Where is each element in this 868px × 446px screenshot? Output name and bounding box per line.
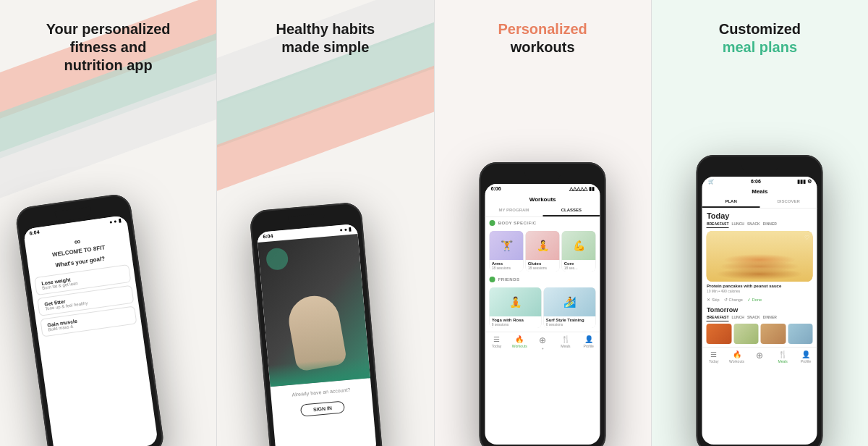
phone-notch-2 bbox=[288, 214, 325, 227]
signin-button[interactable]: SIGN IN bbox=[300, 400, 344, 416]
panel-1-title-line3: nutrition app bbox=[64, 57, 153, 73]
tomorrow-thumbnails bbox=[702, 324, 817, 344]
thumb-3 bbox=[761, 324, 786, 344]
nav-label-profile: Profile bbox=[584, 344, 594, 348]
card-info-surf: Surf Style Training 6 sessions bbox=[544, 316, 596, 328]
card-surf[interactable]: 🏄 Surf Style Training 6 sessions bbox=[544, 287, 596, 328]
card-img-yoga: 🧘 bbox=[490, 287, 542, 316]
tab-plan[interactable]: PLAN bbox=[702, 196, 760, 208]
meal-tab-breakfast[interactable]: BREAKFAST bbox=[707, 222, 729, 228]
nav-workouts[interactable]: 🔥 Workouts bbox=[508, 335, 531, 350]
panel-3-phone-wrapper: 6:06 △△△△△ ▮▮ Workouts MY PROGRAM CLASSE… bbox=[480, 162, 606, 446]
panel-3-title-line2: workouts bbox=[511, 39, 575, 55]
done-icon: ✓ bbox=[747, 298, 751, 302]
meals-screen-title: Meals bbox=[702, 187, 817, 196]
nav-today[interactable]: ☰ Today bbox=[485, 335, 509, 350]
tomorrow-tab-snack[interactable]: SNACK bbox=[747, 315, 760, 321]
nav-profile[interactable]: 👤 Profile bbox=[577, 335, 600, 350]
nav-today-4[interactable]: ☰ Today bbox=[702, 350, 726, 363]
panel-4-title: Customized meal plans bbox=[719, 20, 801, 56]
panel-2-title-line1: Healthy habits bbox=[276, 21, 375, 37]
signal-icons: ● ● ▮ bbox=[109, 218, 121, 225]
card-core[interactable]: 💪 Core 18 ses... bbox=[562, 231, 596, 272]
tomorrow-tab-breakfast[interactable]: BREAKFAST bbox=[707, 315, 729, 321]
workout-image bbox=[258, 234, 370, 387]
panel-2-phone-wrapper: 6:04 ● ● ▮ Already have an account? SIGN… bbox=[264, 206, 376, 446]
nav-profile-4[interactable]: 👤 Profile bbox=[794, 350, 817, 363]
nav-add[interactable]: ⊕ + bbox=[531, 335, 554, 350]
signal-4: ▮▮▮ ⚙ bbox=[797, 179, 812, 185]
done-action[interactable]: ✓ Done bbox=[747, 298, 762, 302]
skip-label: Skip bbox=[712, 298, 720, 302]
time-display: 6:04 bbox=[29, 230, 40, 237]
nav-label-add: + bbox=[542, 346, 544, 350]
heart-icon[interactable]: ♡ bbox=[804, 235, 809, 241]
card-glutes[interactable]: 🧘 Glutes 18 sessions bbox=[526, 231, 560, 272]
plan-discover-tabs: PLAN DISCOVER bbox=[702, 196, 817, 209]
tomorrow-meal-tabs: BREAKFAST LUNCH SNACK DINNER bbox=[702, 315, 817, 321]
phone-screen-3: 6:06 △△△△△ ▮▮ Workouts MY PROGRAM CLASSE… bbox=[485, 184, 600, 445]
thumb-2 bbox=[733, 324, 759, 344]
time-4: 6:06 bbox=[751, 179, 761, 185]
panel-workouts: Personalized workouts 6:06 △△△△△ ▮▮ Work… bbox=[435, 0, 651, 446]
card-info-glutes: Glutes 18 sessions bbox=[526, 260, 560, 272]
change-label: Change bbox=[729, 298, 743, 302]
workout-tabs: MY PROGRAM CLASSES bbox=[485, 205, 600, 217]
section-label-2: FRIENDS bbox=[498, 277, 520, 282]
tab-discover[interactable]: DISCOVER bbox=[760, 196, 817, 208]
card-sub: 18 sessions bbox=[492, 266, 522, 270]
card-yoga[interactable]: 🧘 Yoga with Rosa 6 sessions bbox=[490, 287, 542, 328]
phone-screen-2: 6:04 ● ● ▮ Already have an account? SIGN… bbox=[257, 224, 377, 446]
card-sub: 18 ses... bbox=[564, 266, 594, 270]
meals-icon-4: 🍴 bbox=[771, 350, 794, 358]
time-3: 6:06 bbox=[491, 186, 501, 192]
food-name: Protein pancakes with peanut sauce bbox=[702, 282, 817, 289]
tab-my-program[interactable]: MY PROGRAM bbox=[485, 205, 543, 216]
screen-p2-content: Already have an account? SIGN IN bbox=[258, 234, 374, 426]
already-account-text: Already have an account? bbox=[278, 386, 364, 398]
fire-icon: 🔥 bbox=[508, 335, 531, 343]
meal-tab-dinner[interactable]: DINNER bbox=[763, 222, 777, 228]
section-friends: FRIENDS bbox=[485, 274, 600, 285]
change-action[interactable]: ↺ Change bbox=[724, 298, 743, 302]
tomorrow-tab-dinner[interactable]: DINNER bbox=[763, 315, 777, 321]
panel-2-title: Healthy habits made simple bbox=[276, 20, 375, 56]
card-img-surf: 🏄 bbox=[544, 287, 596, 316]
card-info-core: Core 18 ses... bbox=[562, 260, 596, 272]
nav-add-4[interactable]: ⊕ bbox=[748, 350, 771, 363]
meal-tab-snack[interactable]: SNACK bbox=[747, 222, 760, 228]
nav-label-workouts-4: Workouts bbox=[729, 359, 744, 363]
meals-icon: 🍴 bbox=[554, 335, 577, 343]
panel-2-title-line2: made simple bbox=[281, 39, 369, 55]
panel-4-title-line2: meal plans bbox=[723, 39, 797, 55]
card-arms[interactable]: 🏋️ Arms 18 sessions bbox=[490, 231, 524, 272]
panel-3-phone: 6:06 △△△△△ ▮▮ Workouts MY PROGRAM CLASSE… bbox=[480, 162, 606, 446]
panel-healthy-habits: Healthy habits made simple 6:04 ● ● ▮ bbox=[217, 0, 433, 446]
food-image: ♡ bbox=[707, 231, 813, 282]
profile-icon-4: 👤 bbox=[794, 350, 817, 358]
nav-workouts-4[interactable]: 🔥 Workouts bbox=[726, 350, 749, 363]
panel-meals: Customized meal plans 🛒 6:06 ▮▮▮ ⚙ Meals… bbox=[652, 0, 868, 446]
skip-icon: ✕ bbox=[707, 298, 710, 302]
nav-meals[interactable]: 🍴 Meals bbox=[554, 335, 577, 350]
nav-label-workouts: Workouts bbox=[512, 344, 527, 348]
tab-classes[interactable]: CLASSES bbox=[542, 205, 600, 216]
thumb-1 bbox=[707, 324, 732, 344]
nav-meals-4[interactable]: 🍴 Meals bbox=[771, 350, 794, 363]
section-body-specific: BODY SPECIFIC bbox=[485, 217, 600, 229]
meal-tab-lunch[interactable]: LUNCH bbox=[731, 222, 744, 228]
tomorrow-tab-lunch[interactable]: LUNCH bbox=[731, 315, 744, 321]
phone-notch bbox=[54, 207, 91, 222]
panel-1-title: Your personalized fitness and nutrition … bbox=[46, 20, 171, 75]
time-2: 6:04 bbox=[263, 233, 273, 240]
status-bar-4: 🛒 6:06 ▮▮▮ ⚙ bbox=[702, 177, 817, 187]
section-dot-2 bbox=[490, 277, 495, 282]
skip-action[interactable]: ✕ Skip bbox=[707, 298, 720, 302]
done-label: Done bbox=[752, 298, 762, 302]
screen-content: ∞ WELCOME TO 8FIT What's your goal? Lose… bbox=[24, 225, 142, 345]
phone-screen-4: 🛒 6:06 ▮▮▮ ⚙ Meals PLAN DISCOVER Today B… bbox=[702, 177, 817, 445]
panel-2-phone: 6:04 ● ● ▮ Already have an account? SIGN… bbox=[249, 201, 383, 446]
friends-cards: 🧘 Yoga with Rosa 6 sessions 🏄 Surf Style… bbox=[485, 285, 600, 330]
nav-label-today: Today bbox=[492, 344, 501, 348]
add-icon: ⊕ bbox=[531, 335, 554, 345]
